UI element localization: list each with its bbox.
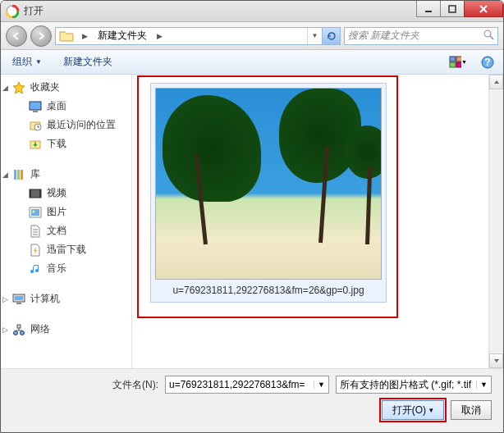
chevron-down-icon[interactable]: ▼ (476, 381, 488, 389)
svg-rect-5 (450, 57, 456, 62)
help-button[interactable]: ? (479, 53, 497, 71)
sidebar-group-computer[interactable]: ▷ 计算机 (1, 289, 131, 308)
sidebar-item-music[interactable]: 音乐 (1, 259, 131, 278)
file-label: u=769231811,292276813&fm=26&gp=0.jpg (155, 280, 382, 298)
svg-rect-11 (30, 102, 41, 110)
scroll-down-button[interactable] (489, 353, 503, 368)
sidebar-item-videos[interactable]: 视频 (1, 184, 131, 203)
sidebar-item-recent[interactable]: 最近访问的位置 (1, 116, 131, 134)
window-controls (417, 1, 503, 21)
open-button[interactable]: 打开(O)▾ (382, 400, 444, 420)
filename-input[interactable]: u=769231811,292276813&fm= ▼ (165, 376, 329, 394)
collapse-icon: ◢ (2, 84, 10, 92)
recent-icon (29, 119, 42, 132)
thunder-icon (29, 244, 42, 257)
address-dropdown[interactable]: ▼ (307, 28, 322, 44)
file-list-area[interactable]: u=769231811,292276813&fm=26&gp=0.jpg (132, 75, 503, 368)
svg-text:?: ? (484, 57, 490, 68)
svg-rect-20 (30, 189, 31, 198)
video-icon (29, 187, 42, 200)
new-folder-button[interactable]: 新建文件夹 (58, 52, 117, 71)
organize-button[interactable]: 组织▼ (7, 52, 47, 71)
collapse-icon: ◢ (2, 171, 10, 179)
breadcrumb-sep[interactable]: ▶ (152, 28, 167, 44)
music-icon (29, 262, 42, 276)
cancel-button[interactable]: 取消 (451, 400, 492, 420)
svg-rect-2 (449, 6, 456, 12)
svg-rect-17 (17, 170, 20, 180)
svg-point-29 (21, 330, 25, 335)
file-thumbnail (155, 88, 382, 280)
sidebar: ◢ 收藏夹 桌面 最近访问的位置 下载 ◢ 库 视频 图片 文档 迅雷下载 音乐 (1, 75, 132, 368)
refresh-button[interactable] (322, 28, 340, 44)
folder-icon (59, 29, 74, 43)
filename-label: 文件名(N): (112, 378, 158, 392)
svg-line-4 (490, 36, 493, 39)
svg-rect-30 (17, 325, 21, 328)
scroll-up-button[interactable] (489, 75, 503, 89)
sidebar-item-desktop[interactable]: 桌面 (1, 97, 131, 116)
svg-rect-7 (450, 62, 456, 67)
svg-point-28 (14, 330, 18, 335)
window-title: 打开 (24, 4, 417, 18)
svg-rect-27 (16, 303, 21, 304)
svg-rect-26 (15, 296, 23, 300)
star-icon (12, 81, 25, 94)
document-icon (29, 225, 42, 238)
search-placeholder: 搜索 新建文件夹 (348, 29, 419, 43)
dialog-body: ◢ 收藏夹 桌面 最近访问的位置 下载 ◢ 库 视频 图片 文档 迅雷下载 音乐 (1, 75, 503, 368)
sidebar-group-favorites[interactable]: ◢ 收藏夹 (1, 78, 131, 97)
titlebar: 打开 (1, 1, 503, 22)
expand-icon: ▷ (2, 295, 10, 303)
back-button[interactable] (6, 25, 27, 47)
chevron-down-icon[interactable]: ▼ (314, 381, 325, 389)
network-icon (12, 323, 25, 336)
sidebar-group-libraries[interactable]: ◢ 库 (1, 165, 131, 184)
minimize-button[interactable] (416, 1, 441, 17)
open-file-dialog: 打开 ▶ 新建文件夹 ▶ ▼ 搜索 新建文件夹 组织▼ 新建文件夹 ▼ ? (0, 0, 504, 433)
maximize-button[interactable] (440, 1, 465, 17)
svg-rect-18 (21, 170, 23, 180)
breadcrumb-sep[interactable]: ▶ (77, 28, 93, 44)
search-input[interactable]: 搜索 新建文件夹 (344, 27, 498, 45)
svg-rect-16 (14, 170, 16, 180)
download-icon (29, 138, 42, 151)
breadcrumb-segment[interactable]: 新建文件夹 (93, 28, 152, 44)
address-bar[interactable]: ▶ 新建文件夹 ▶ ▼ (55, 27, 341, 45)
sidebar-item-downloads[interactable]: 下载 (1, 134, 131, 153)
svg-rect-1 (425, 11, 432, 12)
view-options-button[interactable]: ▼ (449, 53, 467, 71)
filetype-select[interactable]: 所有支持的图片格式 (*.gif; *.tif ▼ (336, 376, 492, 394)
svg-rect-12 (33, 111, 38, 112)
navbar: ▶ 新建文件夹 ▶ ▼ 搜索 新建文件夹 (1, 22, 503, 50)
file-item[interactable]: u=769231811,292276813&fm=26&gp=0.jpg (150, 83, 387, 303)
svg-rect-21 (39, 189, 41, 198)
sidebar-item-documents[interactable]: 文档 (1, 221, 131, 240)
svg-rect-23 (31, 209, 39, 216)
vertical-scrollbar[interactable] (488, 75, 503, 368)
svg-point-24 (33, 210, 35, 212)
search-icon (483, 29, 494, 43)
library-icon (12, 168, 25, 181)
expand-icon: ▷ (2, 326, 10, 334)
picture-icon (29, 206, 42, 219)
sidebar-group-network[interactable]: ▷ 网络 (1, 320, 131, 339)
desktop-icon (29, 100, 42, 113)
close-button[interactable] (464, 1, 503, 17)
sidebar-item-pictures[interactable]: 图片 (1, 203, 131, 221)
app-icon (6, 5, 19, 18)
svg-rect-19 (30, 189, 41, 198)
toolbar: 组织▼ 新建文件夹 ▼ ? (1, 50, 503, 75)
sidebar-item-thunder[interactable]: 迅雷下载 (1, 240, 131, 259)
dialog-footer: 文件名(N): u=769231811,292276813&fm= ▼ 所有支持… (1, 368, 503, 432)
computer-icon (12, 293, 25, 306)
svg-point-3 (484, 30, 491, 37)
forward-button[interactable] (30, 25, 52, 47)
